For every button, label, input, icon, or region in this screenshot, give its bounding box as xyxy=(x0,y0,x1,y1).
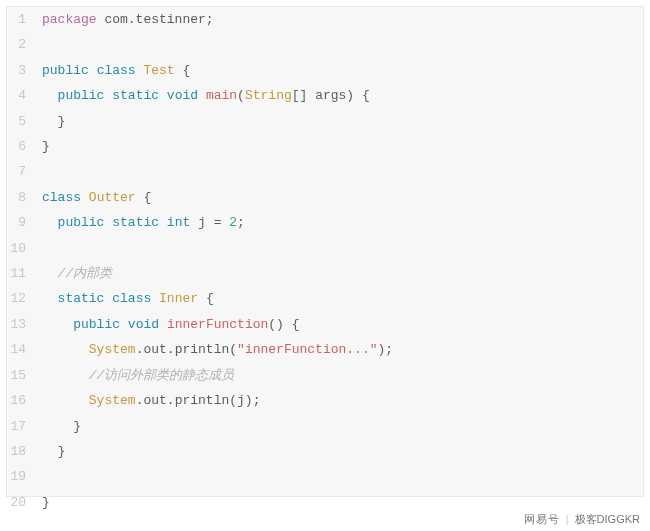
code-content: public static void main(String[] args) { xyxy=(42,83,643,108)
line-number: 5 xyxy=(7,109,42,134)
separator: | xyxy=(566,513,569,525)
code-content: public class Test { xyxy=(42,58,643,83)
code-block: 1package com.testinner;23public class Te… xyxy=(6,6,644,497)
code-line: 17 } xyxy=(7,414,643,439)
code-line: 19 xyxy=(7,464,643,489)
code-line: 11 //内部类 xyxy=(7,261,643,286)
code-line: 9 public static int j = 2; xyxy=(7,210,643,235)
code-line: 15 //访问外部类的静态成员 xyxy=(7,363,643,388)
code-content: //内部类 xyxy=(42,261,643,286)
author-label: 极客DIGGKR xyxy=(575,513,640,525)
line-number: 2 xyxy=(7,32,42,57)
code-content: package com.testinner; xyxy=(42,7,643,32)
line-number: 19 xyxy=(7,464,42,489)
line-number: 11 xyxy=(7,261,42,286)
code-line: 16 System.out.println(j); xyxy=(7,388,643,413)
code-line: 7 xyxy=(7,159,643,184)
line-number: 8 xyxy=(7,185,42,210)
code-content: public static int j = 2; xyxy=(42,210,643,235)
code-content: static class Inner { xyxy=(42,286,643,311)
code-content: //访问外部类的静态成员 xyxy=(42,363,643,388)
code-content: } xyxy=(42,439,643,464)
line-number: 9 xyxy=(7,210,42,235)
line-number: 7 xyxy=(7,159,42,184)
line-number: 14 xyxy=(7,337,42,362)
code-line: 8class Outter { xyxy=(7,185,643,210)
code-line: 12 static class Inner { xyxy=(7,286,643,311)
line-number: 15 xyxy=(7,363,42,388)
code-line: 6} xyxy=(7,134,643,159)
code-content: } xyxy=(42,134,643,159)
line-number: 1 xyxy=(7,7,42,32)
code-line: 1package com.testinner; xyxy=(7,7,643,32)
line-number: 18 xyxy=(7,439,42,464)
line-number: 17 xyxy=(7,414,42,439)
code-line: 13 public void innerFunction() { xyxy=(7,312,643,337)
line-number: 13 xyxy=(7,312,42,337)
code-line: 14 System.out.println("innerFunction..."… xyxy=(7,337,643,362)
line-number: 4 xyxy=(7,83,42,108)
code-line: 3public class Test { xyxy=(7,58,643,83)
line-number: 16 xyxy=(7,388,42,413)
line-number: 6 xyxy=(7,134,42,159)
code-content: public void innerFunction() { xyxy=(42,312,643,337)
code-line: 18 } xyxy=(7,439,643,464)
code-content: class Outter { xyxy=(42,185,643,210)
line-number: 10 xyxy=(7,236,42,261)
code-line: 4 public static void main(String[] args)… xyxy=(7,83,643,108)
line-number: 3 xyxy=(7,58,42,83)
code-line: 2 xyxy=(7,32,643,57)
brand-label: 网易号 xyxy=(524,513,560,525)
code-line: 10 xyxy=(7,236,643,261)
code-content: } xyxy=(42,414,643,439)
code-content: } xyxy=(42,109,643,134)
code-content: System.out.println("innerFunction..."); xyxy=(42,337,643,362)
footer-watermark: 网易号 | 极客DIGGKR xyxy=(524,512,640,527)
code-line: 5 } xyxy=(7,109,643,134)
line-number: 12 xyxy=(7,286,42,311)
line-number: 20 xyxy=(7,490,42,515)
code-content: System.out.println(j); xyxy=(42,388,643,413)
